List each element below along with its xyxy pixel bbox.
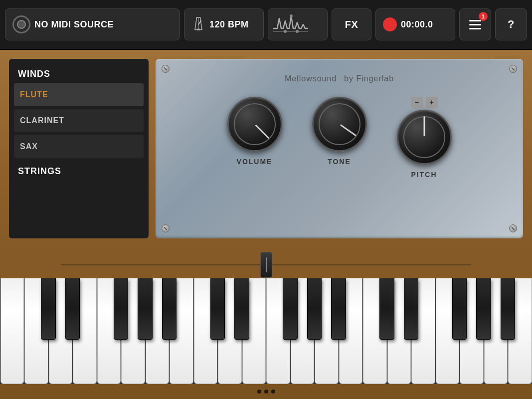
black-key-13[interactable] <box>331 278 346 340</box>
tone-label: TONE <box>328 158 351 166</box>
control-panel: Mellowsound by Fingerlab VOLUME TONE <box>156 59 523 238</box>
midi-source-button[interactable]: NO MIDI SOURCE <box>5 8 180 40</box>
dot-3 <box>271 390 275 394</box>
help-button[interactable]: ? <box>495 8 527 40</box>
main-area: WINDS FLUTE CLARINET SAX STRINGS Mellows… <box>0 50 532 399</box>
screw-tr <box>509 65 517 73</box>
instrument-flute[interactable]: FLUTE <box>14 83 144 106</box>
svg-point-7 <box>296 30 299 33</box>
slider-track <box>61 264 471 265</box>
pitch-knob-container: − + PITCH <box>397 97 452 179</box>
menu-badge: 1 <box>479 12 488 21</box>
instrument-clarinet[interactable]: CLARINET <box>14 109 144 132</box>
category-winds: WINDS <box>14 64 144 83</box>
volume-knob[interactable] <box>227 97 282 152</box>
black-key-19[interactable] <box>476 278 491 340</box>
pitch-controls: − + <box>411 97 438 108</box>
black-key-18[interactable] <box>452 278 467 340</box>
metronome-icon <box>191 15 205 34</box>
volume-label: VOLUME <box>237 158 273 166</box>
svg-point-5 <box>290 14 293 17</box>
pitch-minus-button[interactable]: − <box>411 97 423 108</box>
black-key-15[interactable] <box>379 278 394 340</box>
dot-2 <box>264 390 268 394</box>
black-key-11[interactable] <box>283 278 297 340</box>
volume-knob-container: VOLUME <box>227 97 282 166</box>
pitch-slider-area <box>0 251 532 278</box>
black-key-20[interactable] <box>501 278 515 340</box>
black-key-16[interactable] <box>404 278 418 340</box>
pitch-plus-button[interactable]: + <box>426 97 438 108</box>
black-key-8[interactable] <box>210 278 225 340</box>
dot-1 <box>257 390 261 394</box>
black-key-1[interactable] <box>41 278 55 340</box>
midi-icon <box>12 15 30 33</box>
black-key-5[interactable] <box>138 278 152 340</box>
panel-title: Mellowsound by Fingerlab <box>285 69 394 85</box>
pitch-label: PITCH <box>411 171 437 179</box>
black-key-12[interactable] <box>307 278 322 340</box>
black-key-9[interactable] <box>234 278 249 340</box>
wave-icon <box>273 13 308 36</box>
bpm-label: 120 BPM <box>209 19 249 30</box>
fx-button[interactable]: FX <box>332 8 371 40</box>
black-key-6[interactable] <box>162 278 177 340</box>
panel-subtitle: by Fingerlab <box>344 74 394 83</box>
screw-tl <box>162 65 170 73</box>
white-key-0[interactable] <box>0 278 24 384</box>
record-time: 00:00.0 <box>401 19 433 30</box>
screw-br <box>509 224 517 232</box>
midi-label: NO MIDI SOURCE <box>34 19 114 30</box>
fx-label: FX <box>345 19 358 30</box>
black-key-2[interactable] <box>65 278 80 340</box>
record-icon <box>383 17 397 31</box>
top-bar: NO MIDI SOURCE 120 BPM FX <box>0 0 532 50</box>
knobs-row: VOLUME TONE − + PITCH <box>227 97 452 179</box>
svg-point-6 <box>284 30 287 33</box>
menu-button[interactable]: 1 <box>459 8 491 40</box>
tone-knob[interactable] <box>312 97 367 152</box>
pitch-slider-thumb[interactable] <box>260 252 272 278</box>
svg-rect-3 <box>197 28 199 30</box>
screw-bl <box>162 224 170 232</box>
tone-knob-container: TONE <box>312 97 367 166</box>
hamburger-icon <box>469 20 481 29</box>
pitch-knob[interactable] <box>397 110 452 165</box>
instrument-sax[interactable]: SAX <box>14 135 144 158</box>
bpm-button[interactable]: 120 BPM <box>184 8 264 40</box>
dots-indicator <box>0 384 532 399</box>
record-button[interactable]: 00:00.0 <box>375 8 455 40</box>
instrument-row: WINDS FLUTE CLARINET SAX STRINGS Mellows… <box>0 50 532 249</box>
wave-button[interactable] <box>268 8 328 40</box>
black-key-4[interactable] <box>114 278 128 340</box>
sidebar: WINDS FLUTE CLARINET SAX STRINGS <box>9 59 149 238</box>
help-label: ? <box>508 18 515 31</box>
category-strings: STRINGS <box>14 161 144 181</box>
keys-wrapper <box>0 278 532 384</box>
keyboard-area <box>0 278 532 399</box>
